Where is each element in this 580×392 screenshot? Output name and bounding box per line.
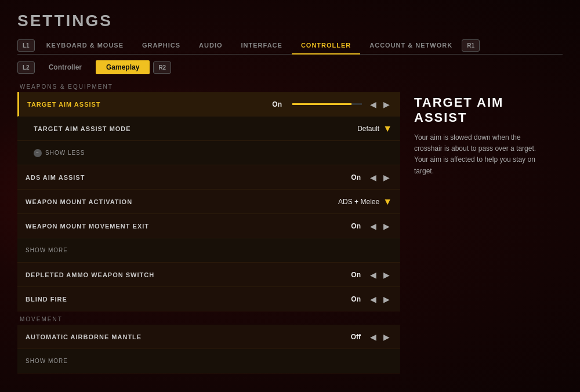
depleted-ammo-right-arrow[interactable]: ▶ [381, 270, 392, 280]
nav-left-btn[interactable]: L1 [17, 39, 35, 52]
weapon-mount-activation-arrow-icon[interactable]: ▼ [383, 197, 392, 207]
show-less-toggle[interactable]: − SHOW LESS [34, 149, 85, 157]
setting-row-target-aim-assist-mode[interactable]: TARGET AIM ASSIST MODE Default ▼ [17, 117, 400, 141]
sub-tab-controller[interactable]: Controller [38, 60, 92, 74]
ads-aim-assist-right-arrow[interactable]: ▶ [381, 172, 392, 183]
setting-row-automatic-airborne-mantle[interactable]: AUTOMATIC AIRBORNE MANTLE Off ◀ ▶ [17, 325, 400, 349]
depleted-ammo-controls: On ◀ ▶ [351, 270, 392, 280]
sub-nav-right-btn[interactable]: R2 [153, 61, 171, 74]
show-less-row[interactable]: − SHOW LESS [17, 141, 400, 165]
weapon-mount-movement-exit-value: On [351, 222, 361, 230]
show-less-label: SHOW LESS [45, 150, 85, 156]
weapon-mount-activation-dropdown: ADS + Melee ▼ [338, 197, 392, 207]
setting-row-weapon-mount-activation[interactable]: WEAPON MOUNT ACTIVATION ADS + Melee ▼ [17, 190, 400, 214]
tab-graphics[interactable]: GRAPHICS [133, 37, 190, 55]
automatic-airborne-mantle-label: AUTOMATIC AIRBORNE MANTLE [26, 333, 351, 340]
automatic-airborne-mantle-controls: Off ◀ ▶ [351, 332, 392, 342]
show-more-label-movement: SHOW MORE [26, 358, 68, 364]
weapon-mount-movement-exit-right-arrow[interactable]: ▶ [381, 221, 392, 231]
sub-tab-gameplay[interactable]: Gameplay [96, 60, 150, 74]
nav-tabs: L1 KEYBOARD & MOUSE GRAPHICS AUDIO INTER… [17, 37, 563, 55]
tab-keyboard[interactable]: KEYBOARD & MOUSE [37, 37, 133, 55]
ads-aim-assist-controls: On ◀ ▶ [351, 172, 392, 183]
weapon-mount-movement-exit-controls: On ◀ ▶ [351, 221, 392, 231]
setting-row-depleted-ammo[interactable]: DEPLETED AMMO WEAPON SWITCH On ◀ ▶ [17, 263, 400, 287]
section-movement-label: MOVEMENT [17, 316, 400, 322]
tab-audio[interactable]: AUDIO [190, 37, 231, 55]
target-aim-assist-arrows: ◀ ▶ [368, 99, 392, 110]
target-aim-assist-label: TARGET AIM ASSIST [27, 101, 272, 108]
blind-fire-right-arrow[interactable]: ▶ [381, 294, 392, 304]
show-more-row-movement[interactable]: SHOW MORE [17, 349, 400, 373]
blind-fire-label: BLIND FIRE [26, 296, 351, 303]
depleted-ammo-left-arrow[interactable]: ◀ [368, 270, 379, 280]
ads-aim-assist-label: ADS AIM ASSIST [26, 174, 351, 181]
weapon-mount-activation-value: ADS + Melee [338, 198, 379, 206]
target-aim-assist-fill [292, 103, 351, 105]
blind-fire-controls: On ◀ ▶ [351, 294, 392, 304]
target-aim-assist-bar [292, 103, 362, 105]
automatic-airborne-mantle-right-arrow[interactable]: ▶ [381, 332, 392, 342]
ads-aim-assist-left-arrow[interactable]: ◀ [368, 172, 379, 183]
target-aim-assist-mode-dropdown: Default ▼ [357, 124, 392, 134]
tab-account[interactable]: ACCOUNT & NETWORK [360, 37, 462, 55]
weapon-mount-movement-exit-left-arrow[interactable]: ◀ [368, 221, 379, 231]
blind-fire-value: On [351, 295, 361, 303]
show-more-label-weapon-mount: SHOW MORE [26, 247, 68, 253]
settings-panel: WEAPONS & EQUIPMENT TARGET AIM ASSIST On… [17, 84, 400, 373]
target-aim-assist-right-arrow[interactable]: ▶ [381, 99, 392, 110]
sub-nav-left-btn[interactable]: L2 [17, 61, 35, 74]
show-more-row-weapon-mount[interactable]: SHOW MORE [17, 238, 400, 263]
sub-nav-tabs: L2 Controller Gameplay R2 [17, 60, 563, 74]
target-aim-assist-mode-value: Default [357, 125, 379, 133]
weapon-mount-activation-label: WEAPON MOUNT ACTIVATION [26, 198, 338, 205]
show-more-toggle-movement[interactable]: SHOW MORE [26, 358, 68, 364]
ads-aim-assist-value: On [351, 173, 361, 182]
info-panel-description: Your aim is slowed down when the crossha… [414, 132, 549, 177]
target-aim-assist-controls: On ◀ ▶ [272, 99, 392, 110]
setting-row-blind-fire[interactable]: BLIND FIRE On ◀ ▶ [17, 287, 400, 311]
info-panel-title: TARGET AIM ASSIST [414, 95, 549, 125]
tab-controller[interactable]: CONTROLLER [292, 37, 360, 55]
setting-row-weapon-mount-movement-exit[interactable]: WEAPON MOUNT MOVEMENT EXIT On ◀ ▶ [17, 214, 400, 238]
section-weapons-label: WEAPONS & EQUIPMENT [17, 84, 400, 90]
target-aim-assist-mode-label: TARGET AIM ASSIST MODE [34, 125, 357, 132]
automatic-airborne-mantle-left-arrow[interactable]: ◀ [368, 332, 379, 342]
show-less-icon: − [34, 149, 42, 157]
depleted-ammo-value: On [351, 271, 361, 279]
setting-row-ads-aim-assist[interactable]: ADS AIM ASSIST On ◀ ▶ [17, 165, 400, 190]
nav-right-btn[interactable]: R1 [462, 39, 480, 52]
depleted-ammo-label: DEPLETED AMMO WEAPON SWITCH [26, 271, 351, 278]
weapon-mount-movement-exit-label: WEAPON MOUNT MOVEMENT EXIT [26, 223, 351, 230]
page-title: SETTINGS [17, 12, 563, 30]
blind-fire-left-arrow[interactable]: ◀ [368, 294, 379, 304]
automatic-airborne-mantle-value: Off [351, 333, 361, 341]
info-panel: TARGET AIM ASSIST Your aim is slowed dow… [400, 84, 563, 373]
show-more-toggle-weapon-mount[interactable]: SHOW MORE [26, 247, 68, 253]
target-aim-assist-value: On [272, 100, 282, 108]
tab-interface[interactable]: INTERFACE [232, 37, 292, 55]
target-aim-assist-left-arrow[interactable]: ◀ [368, 99, 379, 110]
main-layout: WEAPONS & EQUIPMENT TARGET AIM ASSIST On… [17, 84, 563, 373]
setting-row-target-aim-assist[interactable]: TARGET AIM ASSIST On ◀ ▶ [17, 92, 400, 117]
target-aim-assist-mode-arrow-icon[interactable]: ▼ [383, 124, 392, 134]
